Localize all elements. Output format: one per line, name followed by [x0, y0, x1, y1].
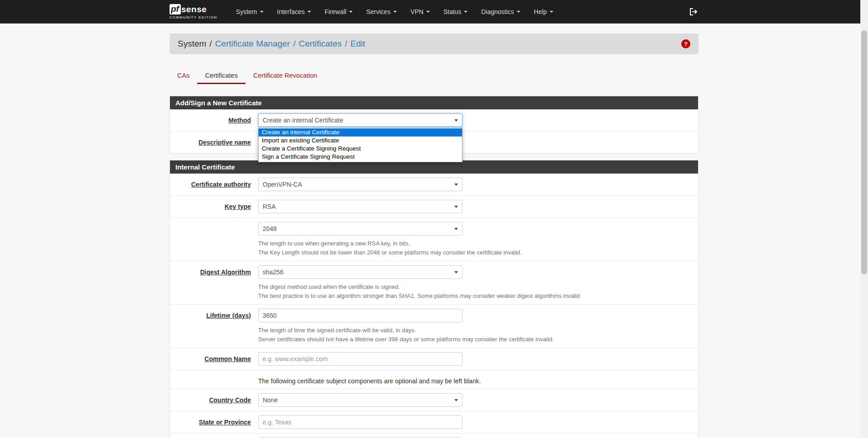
breadcrumb-separator: / [293, 39, 295, 49]
form-row-lifetime: Lifetime (days) The length of time the s… [170, 305, 698, 348]
key-length-help: The length to use when generating a new … [258, 239, 693, 257]
scrollbar-track[interactable] [860, 0, 868, 438]
menu-system[interactable]: System [229, 0, 270, 24]
breadcrumb-separator: / [209, 39, 212, 49]
key-type-value: RSA [263, 203, 276, 210]
chevron-down-icon [260, 11, 264, 13]
digest-algorithm-help: The digest method used when the certific… [258, 283, 693, 300]
certificate-authority-value: OpenVPN-CA [263, 181, 302, 188]
dropdown-option-import-existing[interactable]: Import an existing Certificate [259, 137, 462, 145]
top-navbar: pf sense COMMUNITY EDITION System Interf… [0, 0, 868, 24]
logout-button[interactable] [689, 8, 698, 16]
menu-firewall[interactable]: Firewall [318, 0, 359, 24]
tab-bar: CAs Certificates Certificate Revocation [170, 68, 698, 84]
panel-internal-certificate: Internal Certificate Certificate authori… [170, 160, 698, 438]
logo-edition-text: COMMUNITY EDITION [170, 15, 217, 19]
chevron-down-icon [393, 11, 397, 13]
certificate-authority-label: Certificate authority [170, 178, 258, 191]
menu-vpn[interactable]: VPN [404, 0, 437, 24]
tab-certificate-revocation[interactable]: Certificate Revocation [245, 68, 325, 84]
lifetime-help: The length of time the signed certificat… [258, 326, 693, 344]
method-label: Method [170, 113, 258, 127]
chevron-down-icon [454, 119, 458, 122]
state-input[interactable] [258, 415, 462, 429]
menu-status[interactable]: Status [437, 0, 475, 24]
dropdown-option-sign-csr[interactable]: Sign a Certificate Signing Request [259, 153, 462, 161]
state-label: State or Province [170, 415, 258, 429]
chevron-down-icon [464, 11, 467, 13]
form-row-method: Method Create an internal Certificate Cr… [170, 109, 698, 132]
form-row-country-code: Country Code None [170, 389, 698, 411]
breadcrumb-root: System [178, 39, 206, 49]
descriptive-name-label: Descriptive name [170, 136, 258, 149]
chevron-down-icon [349, 11, 353, 13]
certificate-authority-select[interactable]: OpenVPN-CA [258, 178, 462, 191]
panel-title: Internal Certificate [170, 160, 698, 174]
form-row-subject-note: The following certificate subject compon… [170, 370, 698, 389]
chevron-down-icon [517, 11, 520, 13]
country-code-select[interactable]: None [258, 393, 462, 407]
digest-algorithm-value: sha256 [263, 268, 283, 276]
subject-components-note: The following certificate subject compon… [258, 374, 693, 385]
form-row-state: State or Province [170, 411, 698, 433]
form-row-certificate-authority: Certificate authority OpenVPN-CA [170, 174, 698, 196]
lifetime-input[interactable] [258, 309, 462, 322]
menu-services[interactable]: Services [359, 0, 404, 24]
common-name-input[interactable] [258, 352, 462, 366]
logo-sense-text: sense [181, 5, 207, 14]
form-row-digest-algorithm: Digest Algorithm sha256 The digest metho… [170, 261, 698, 305]
chevron-down-icon [454, 206, 458, 208]
breadcrumb-link-edit[interactable]: Edit [350, 39, 365, 49]
menu-diagnostics[interactable]: Diagnostics [474, 0, 527, 24]
help-icon[interactable]: ? [681, 39, 690, 48]
digest-algorithm-label: Digest Algorithm [170, 265, 258, 300]
form-row-common-name: Common Name [170, 348, 698, 370]
form-row-city: City [170, 433, 698, 438]
scrollbar-thumb[interactable] [861, 30, 867, 274]
tab-cas[interactable]: CAs [170, 68, 197, 84]
menu-interfaces[interactable]: Interfaces [270, 0, 318, 24]
logo-pf-mark: pf [170, 4, 181, 14]
breadcrumb-link-certificate-manager[interactable]: Certificate Manager [215, 39, 290, 49]
panel-add-sign-certificate: Add/Sign a New Certificate Method Create… [170, 96, 698, 154]
key-length-value: 2048 [263, 225, 277, 232]
key-type-label: Key type [170, 200, 258, 213]
chevron-down-icon [454, 271, 458, 273]
chevron-down-icon [307, 11, 311, 13]
breadcrumb-link-certificates[interactable]: Certificates [299, 39, 342, 49]
key-length-select[interactable]: 2048 [258, 222, 462, 235]
dropdown-option-create-internal[interactable]: Create an internal Certificate [259, 128, 462, 137]
key-type-select[interactable]: RSA [258, 200, 462, 213]
chevron-down-icon [454, 399, 458, 401]
form-row-key-length: 2048 The length to use when generating a… [170, 218, 698, 261]
dropdown-option-create-csr[interactable]: Create a Certificate Signing Request [259, 145, 462, 153]
pfsense-logo[interactable]: pf sense COMMUNITY EDITION [170, 4, 217, 19]
breadcrumb: System / Certificate Manager / Certifica… [170, 33, 698, 54]
chevron-down-icon [454, 184, 458, 186]
chevron-down-icon [454, 228, 458, 230]
method-select-value: Create an internal Certificate [263, 117, 343, 124]
digest-algorithm-select[interactable]: sha256 [258, 265, 462, 279]
menu-help[interactable]: Help [527, 0, 560, 24]
key-length-label [170, 222, 258, 257]
common-name-label: Common Name [170, 352, 258, 366]
tab-certificates[interactable]: Certificates [197, 68, 245, 84]
form-row-key-type: Key type RSA [170, 196, 698, 218]
chevron-down-icon [426, 11, 430, 13]
method-select[interactable]: Create an internal Certificate [258, 113, 462, 127]
country-code-value: None [263, 396, 278, 404]
lifetime-label: Lifetime (days) [170, 309, 258, 344]
chevron-down-icon [550, 11, 553, 13]
country-code-label: Country Code [170, 393, 258, 407]
panel-title: Add/Sign a New Certificate [170, 96, 698, 109]
sign-out-icon [689, 8, 698, 16]
main-menu: System Interfaces Firewall Services VPN … [229, 0, 560, 24]
method-dropdown-popup: Create an internal Certificate Import an… [258, 127, 462, 162]
breadcrumb-separator: / [345, 39, 347, 49]
